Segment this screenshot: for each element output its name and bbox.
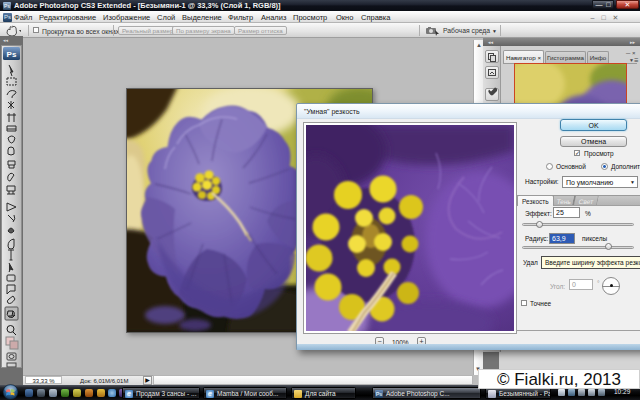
svg-text:Ps: Ps (7, 50, 17, 59)
